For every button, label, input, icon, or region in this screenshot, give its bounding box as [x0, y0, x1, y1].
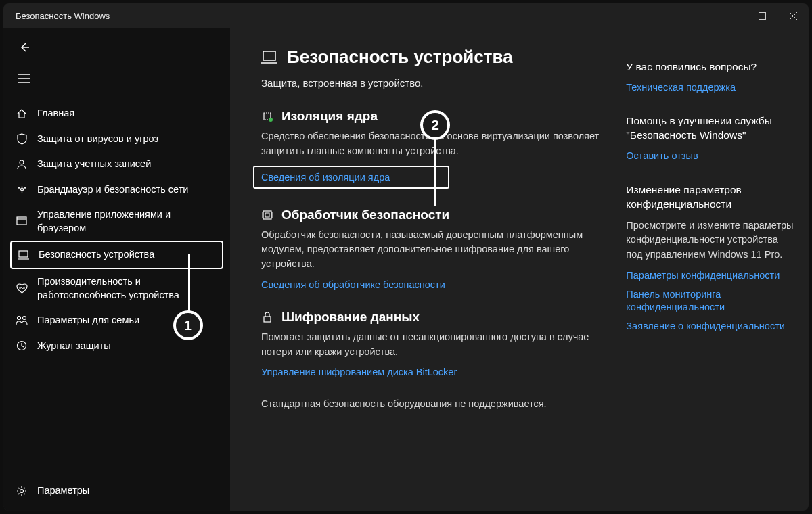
nav-item-app-control[interactable]: Управление приложениями и браузером — [10, 202, 223, 241]
firewall-icon — [14, 185, 29, 194]
svg-point-15 — [23, 317, 26, 320]
annotation-marker-1: 1 — [173, 310, 203, 340]
section-security-processor: Обработчик безопасности Обработчик безоп… — [261, 208, 599, 291]
feedback-link[interactable]: Оставить отзыв — [626, 149, 795, 163]
nav-label: Защита от вирусов и угроз — [37, 133, 158, 146]
svg-rect-12 — [19, 251, 28, 257]
tech-support-link[interactable]: Техническая поддержка — [626, 81, 795, 95]
svg-rect-10 — [17, 217, 26, 225]
hamburger-menu[interactable] — [13, 67, 36, 90]
svg-point-14 — [18, 317, 21, 320]
svg-rect-30 — [264, 317, 271, 322]
section-title-text: Обработчик безопасности — [281, 208, 449, 223]
maximize-button[interactable] — [746, 5, 777, 26]
nav-label: Защита учетных записей — [37, 158, 151, 171]
nav-label: Управление приложениями и браузером — [37, 208, 217, 235]
close-button[interactable] — [777, 5, 809, 26]
svg-rect-22 — [263, 211, 271, 219]
svg-rect-1 — [759, 12, 765, 19]
nav-label: Параметры — [37, 484, 89, 498]
nav-label: Параметры для семьи — [37, 314, 139, 327]
svg-point-17 — [20, 490, 24, 493]
privacy-dashboard-link[interactable]: Панель мониторинга конфиденциальности — [626, 288, 795, 314]
side-feedback: Помощь в улучшении службы "Безопасность … — [626, 114, 795, 162]
nav-item-virus[interactable]: Защита от вирусов и угроз — [10, 126, 223, 152]
side-title: Помощь в улучшении службы "Безопасность … — [626, 114, 795, 143]
nav-label: Брандмауэр и безопасность сети — [37, 183, 188, 197]
health-icon — [14, 283, 29, 294]
titlebar: Безопасность Windows — [3, 3, 809, 28]
annotation-line-1 — [188, 254, 190, 316]
nav-label: Главная — [37, 107, 74, 120]
window-title: Безопасность Windows — [16, 11, 110, 21]
svg-point-8 — [20, 160, 24, 164]
account-icon — [14, 159, 29, 170]
sidebar: Главная Защита от вирусов и угроз Защита… — [3, 28, 230, 511]
shield-icon — [14, 133, 29, 145]
settings-icon — [14, 486, 29, 496]
encryption-icon — [261, 311, 273, 323]
history-icon — [14, 340, 29, 351]
app-control-icon — [14, 216, 29, 227]
processor-icon — [261, 209, 273, 221]
page-subtitle: Защита, встроенная в устройство. — [261, 77, 599, 89]
family-icon — [14, 315, 29, 325]
nav-item-device-security[interactable]: Безопасность устройства — [10, 241, 223, 269]
side-title: У вас появились вопросы? — [626, 60, 795, 74]
main-content: Безопасность устройства Защита, встроенн… — [230, 28, 809, 511]
privacy-settings-link[interactable]: Параметры конфиденциальности — [626, 269, 795, 283]
privacy-statement-link[interactable]: Заявление о конфиденциальности — [626, 320, 795, 333]
back-button[interactable] — [13, 36, 36, 59]
page-title: Безопасность устройства — [261, 47, 599, 68]
core-isolation-link[interactable]: Сведения об изоляции ядра — [253, 166, 449, 189]
nav-item-health[interactable]: Производительность и работоспособность у… — [10, 269, 223, 308]
window-controls — [715, 5, 809, 26]
annotation-marker-2: 2 — [420, 110, 450, 140]
svg-rect-23 — [265, 213, 269, 217]
nav-item-settings[interactable]: Параметры — [10, 478, 223, 504]
side-desc: Просмотрите и измените параметры конфиде… — [626, 218, 795, 262]
nav-item-account[interactable]: Защита учетных записей — [10, 151, 223, 177]
nav-item-home[interactable]: Главная — [10, 101, 223, 126]
nav-label: Журнал защиты — [37, 340, 111, 353]
bitlocker-link[interactable]: Управление шифрованием диска BitLocker — [261, 367, 457, 377]
annotation-line-2 — [434, 137, 436, 206]
nav-label: Безопасность устройства — [39, 248, 154, 262]
section-desc: Помогает защитить данные от несанкционир… — [261, 330, 599, 360]
side-title: Изменение параметров конфиденциальности — [626, 183, 795, 212]
device-icon — [261, 51, 277, 64]
minimize-button[interactable] — [715, 5, 746, 26]
svg-point-21 — [269, 118, 273, 122]
chip-icon — [261, 110, 273, 122]
hardware-security-footnote: Стандартная безопасность оборудования не… — [261, 397, 599, 412]
section-title-text: Изоляция ядра — [281, 109, 378, 124]
side-privacy: Изменение параметров конфиденциальности … — [626, 183, 795, 333]
svg-rect-18 — [263, 51, 275, 60]
section-title-text: Шифрование данных — [281, 310, 420, 325]
section-encryption: Шифрование данных Помогает защитить данн… — [261, 310, 599, 379]
nav-item-firewall[interactable]: Брандмауэр и безопасность сети — [10, 177, 223, 203]
section-desc: Обработчик безопасности, называемый дове… — [261, 228, 599, 272]
device-icon — [16, 250, 30, 260]
home-icon — [14, 108, 29, 119]
security-processor-link[interactable]: Сведения об обработчике безопасности — [261, 279, 445, 290]
side-help: У вас появились вопросы? Техническая под… — [626, 60, 795, 94]
